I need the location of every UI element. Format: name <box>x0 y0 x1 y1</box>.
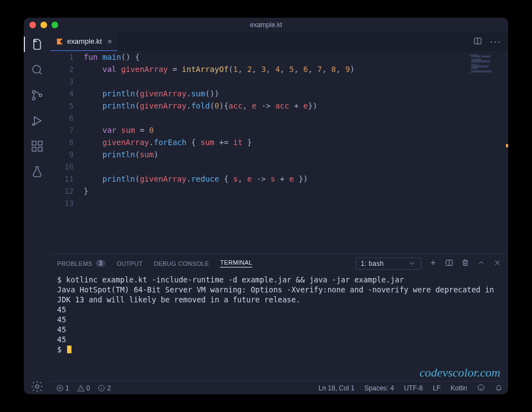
tab-label: example.kt <box>67 37 102 45</box>
problems-label: PROBLEMS <box>57 260 93 267</box>
status-position[interactable]: Ln 18, Col 1 <box>319 384 355 392</box>
terminal-cursor <box>67 346 71 353</box>
maximize-window-button[interactable] <box>52 22 58 28</box>
terminal-select[interactable]: 1: bash <box>356 258 421 270</box>
window-title: example.kt <box>24 21 508 29</box>
watermark: codevscolor.com <box>420 368 500 378</box>
overview-ruler-mark <box>506 144 508 147</box>
status-language[interactable]: Kotlin <box>451 384 467 392</box>
close-panel-icon[interactable] <box>493 259 502 268</box>
editor-actions: ··· <box>467 32 508 51</box>
line-gutter: 12345678910111213 <box>50 51 84 254</box>
terminal-line: 45 <box>57 334 502 344</box>
problems-count: 3 <box>96 260 106 267</box>
trash-icon[interactable] <box>461 259 469 268</box>
window-controls <box>29 22 58 28</box>
output-tab[interactable]: OUTPUT <box>116 260 142 267</box>
status-info[interactable]: 2 <box>98 384 111 392</box>
terminal-line: 45 <box>57 305 502 315</box>
svg-rect-7 <box>38 147 42 151</box>
kotlin-file-icon <box>56 38 64 45</box>
settings-icon[interactable] <box>24 379 50 394</box>
chevron-up-icon[interactable] <box>477 259 485 268</box>
chevron-down-icon <box>408 259 416 267</box>
svg-point-4 <box>33 124 34 126</box>
extensions-icon[interactable] <box>24 138 50 154</box>
terminal-select-label: 1: bash <box>361 260 383 267</box>
terminal-tab[interactable]: TERMINAL <box>220 259 252 267</box>
minimize-window-button[interactable] <box>40 22 47 28</box>
feedback-icon[interactable] <box>477 384 485 392</box>
editor-group: example.kt × ··· 12345678910111213 fun m… <box>50 32 508 394</box>
tabs-row: example.kt × ··· <box>50 32 508 51</box>
bell-icon[interactable] <box>495 384 503 392</box>
svg-point-2 <box>33 97 35 100</box>
svg-rect-8 <box>38 141 42 145</box>
bottom-panel: PROBLEMS 3 OUTPUT DEBUG CONSOLE TERMINAL… <box>50 254 508 381</box>
problems-tab[interactable]: PROBLEMS 3 <box>57 260 105 267</box>
terminal-line: 45 <box>57 315 502 325</box>
more-actions-icon[interactable]: ··· <box>490 36 502 48</box>
terminal-line: $ kotlinc example.kt -include-runtime -d… <box>57 275 502 285</box>
new-terminal-icon[interactable] <box>429 259 437 268</box>
tab-example-kt[interactable]: example.kt × <box>50 32 117 51</box>
split-editor-icon[interactable] <box>473 37 482 47</box>
search-icon[interactable] <box>24 62 50 78</box>
panel-tabs: PROBLEMS 3 OUTPUT DEBUG CONSOLE TERMINAL… <box>50 254 508 272</box>
svg-point-9 <box>35 385 39 388</box>
svg-rect-5 <box>32 141 36 145</box>
code-content: fun main() { val givenArray = intArrayOf… <box>84 51 508 254</box>
status-bar: 1 0 2 Ln 18, Col 1 Spaces: 4 UTF-8 LF Ko… <box>50 381 508 394</box>
run-debug-icon[interactable] <box>24 113 50 128</box>
status-warnings[interactable]: 0 <box>77 384 90 392</box>
code-editor[interactable]: 12345678910111213 fun main() { val given… <box>50 51 508 254</box>
terminal-prompt: $ <box>57 344 502 354</box>
close-tab-icon[interactable]: × <box>108 37 112 46</box>
activity-bar <box>24 32 50 394</box>
svg-point-1 <box>33 91 35 94</box>
titlebar: example.kt <box>24 18 508 32</box>
close-window-button[interactable] <box>29 22 36 28</box>
source-control-icon[interactable] <box>24 87 50 103</box>
vscode-window: example.kt <box>24 18 508 394</box>
status-eol[interactable]: LF <box>433 384 441 392</box>
terminal-content[interactable]: $ kotlinc example.kt -include-runtime -d… <box>50 272 508 381</box>
svg-rect-6 <box>32 147 36 151</box>
svg-point-14 <box>478 385 484 391</box>
terminal-line: 45 <box>57 325 502 334</box>
terminal-line: Java HotSpot(TM) 64-Bit Server VM warnin… <box>57 285 502 305</box>
explorer-icon[interactable] <box>24 37 50 52</box>
test-icon[interactable] <box>24 164 50 179</box>
debug-console-tab[interactable]: DEBUG CONSOLE <box>154 260 209 267</box>
status-encoding[interactable]: UTF-8 <box>404 384 423 392</box>
status-spaces[interactable]: Spaces: 4 <box>365 384 394 392</box>
svg-point-0 <box>33 65 40 73</box>
status-errors[interactable]: 1 <box>56 384 69 392</box>
split-terminal-icon[interactable] <box>445 259 453 268</box>
